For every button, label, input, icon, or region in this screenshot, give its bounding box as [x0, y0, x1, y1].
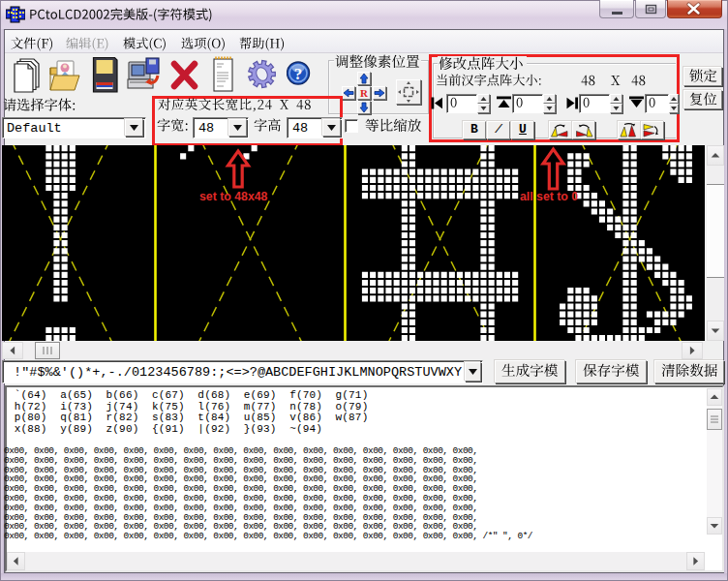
svg-text:R: R [360, 87, 369, 99]
svg-text:?: ? [294, 65, 303, 83]
